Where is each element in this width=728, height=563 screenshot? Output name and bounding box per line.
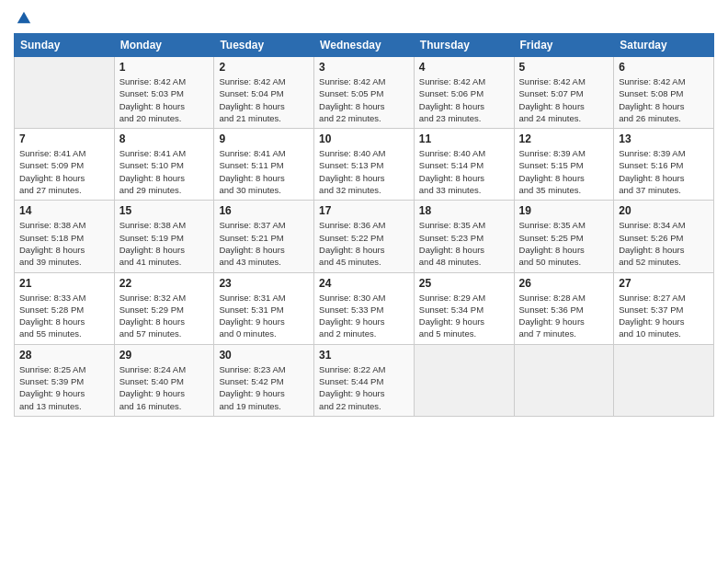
day-info: Sunrise: 8:42 AMSunset: 5:03 PMDaylight:… <box>119 75 210 124</box>
week-row-3: 14Sunrise: 8:38 AMSunset: 5:18 PMDayligh… <box>15 201 714 272</box>
day-cell: 12Sunrise: 8:39 AMSunset: 5:15 PMDayligh… <box>514 129 614 201</box>
day-cell: 25Sunrise: 8:29 AMSunset: 5:34 PMDayligh… <box>414 272 514 344</box>
day-info: Sunrise: 8:24 AMSunset: 5:40 PMDaylight:… <box>119 363 210 412</box>
day-info: Sunrise: 8:41 AMSunset: 5:09 PMDaylight:… <box>19 147 109 196</box>
day-number: 31 <box>319 349 409 362</box>
day-number: 28 <box>19 349 109 362</box>
day-number: 12 <box>519 132 609 145</box>
day-cell: 30Sunrise: 8:23 AMSunset: 5:42 PMDayligh… <box>214 344 314 416</box>
day-cell: 24Sunrise: 8:30 AMSunset: 5:33 PMDayligh… <box>314 272 415 344</box>
day-cell: 26Sunrise: 8:28 AMSunset: 5:36 PMDayligh… <box>514 272 614 344</box>
day-info: Sunrise: 8:42 AMSunset: 5:06 PMDaylight:… <box>419 75 509 124</box>
day-cell: 8Sunrise: 8:41 AMSunset: 5:10 PMDaylight… <box>114 129 214 201</box>
day-cell: 15Sunrise: 8:38 AMSunset: 5:19 PMDayligh… <box>114 201 214 272</box>
day-info: Sunrise: 8:35 AMSunset: 5:23 PMDaylight:… <box>419 219 509 268</box>
day-number: 14 <box>19 204 109 217</box>
day-info: Sunrise: 8:25 AMSunset: 5:39 PMDaylight:… <box>19 363 109 412</box>
week-row-5: 28Sunrise: 8:25 AMSunset: 5:39 PMDayligh… <box>15 344 714 416</box>
day-header-thursday: Thursday <box>414 34 514 57</box>
day-cell: 7Sunrise: 8:41 AMSunset: 5:09 PMDaylight… <box>15 129 115 201</box>
day-info: Sunrise: 8:28 AMSunset: 5:36 PMDaylight:… <box>519 292 609 340</box>
day-number: 3 <box>319 61 409 74</box>
day-number: 22 <box>119 277 210 290</box>
day-number: 4 <box>419 61 509 74</box>
day-cell <box>514 344 614 416</box>
day-info: Sunrise: 8:38 AMSunset: 5:19 PMDaylight:… <box>119 219 210 268</box>
day-cell: 20Sunrise: 8:34 AMSunset: 5:26 PMDayligh… <box>614 201 714 272</box>
week-row-1: 1Sunrise: 8:42 AMSunset: 5:03 PMDaylight… <box>15 57 714 129</box>
day-info: Sunrise: 8:29 AMSunset: 5:34 PMDaylight:… <box>419 292 509 340</box>
day-number: 19 <box>519 204 609 217</box>
day-info: Sunrise: 8:33 AMSunset: 5:28 PMDaylight:… <box>19 292 109 340</box>
day-header-saturday: Saturday <box>614 34 714 57</box>
day-cell <box>414 344 514 416</box>
calendar-header-row: SundayMondayTuesdayWednesdayThursdayFrid… <box>15 34 714 57</box>
day-cell: 14Sunrise: 8:38 AMSunset: 5:18 PMDayligh… <box>15 201 115 272</box>
week-row-4: 21Sunrise: 8:33 AMSunset: 5:28 PMDayligh… <box>15 272 714 344</box>
day-number: 11 <box>419 132 509 145</box>
day-number: 30 <box>219 349 309 362</box>
day-cell: 31Sunrise: 8:22 AMSunset: 5:44 PMDayligh… <box>314 344 415 416</box>
day-number: 9 <box>219 132 309 145</box>
day-info: Sunrise: 8:42 AMSunset: 5:05 PMDaylight:… <box>319 75 409 124</box>
day-info: Sunrise: 8:39 AMSunset: 5:15 PMDaylight:… <box>519 147 609 196</box>
day-cell: 13Sunrise: 8:39 AMSunset: 5:16 PMDayligh… <box>614 129 714 201</box>
day-number: 7 <box>19 132 109 145</box>
day-info: Sunrise: 8:27 AMSunset: 5:37 PMDaylight:… <box>619 292 709 340</box>
day-info: Sunrise: 8:38 AMSunset: 5:18 PMDaylight:… <box>19 219 109 268</box>
day-cell: 27Sunrise: 8:27 AMSunset: 5:37 PMDayligh… <box>614 272 714 344</box>
day-info: Sunrise: 8:32 AMSunset: 5:29 PMDaylight:… <box>119 292 210 340</box>
day-cell: 10Sunrise: 8:40 AMSunset: 5:13 PMDayligh… <box>314 129 415 201</box>
week-row-2: 7Sunrise: 8:41 AMSunset: 5:09 PMDaylight… <box>15 129 714 201</box>
day-cell: 22Sunrise: 8:32 AMSunset: 5:29 PMDayligh… <box>114 272 214 344</box>
day-cell: 18Sunrise: 8:35 AMSunset: 5:23 PMDayligh… <box>414 201 514 272</box>
day-info: Sunrise: 8:42 AMSunset: 5:07 PMDaylight:… <box>519 75 609 124</box>
day-cell: 3Sunrise: 8:42 AMSunset: 5:05 PMDaylight… <box>314 57 415 129</box>
day-header-wednesday: Wednesday <box>314 34 415 57</box>
svg-marker-0 <box>17 12 30 24</box>
day-cell <box>614 344 714 416</box>
day-number: 15 <box>119 204 210 217</box>
day-number: 1 <box>119 61 210 74</box>
day-info: Sunrise: 8:39 AMSunset: 5:16 PMDaylight:… <box>619 147 709 196</box>
day-info: Sunrise: 8:37 AMSunset: 5:21 PMDaylight:… <box>219 219 309 268</box>
day-number: 13 <box>619 132 709 145</box>
day-number: 5 <box>519 61 609 74</box>
day-number: 8 <box>119 132 210 145</box>
day-info: Sunrise: 8:31 AMSunset: 5:31 PMDaylight:… <box>219 292 309 340</box>
day-number: 23 <box>219 277 309 290</box>
day-cell: 19Sunrise: 8:35 AMSunset: 5:25 PMDayligh… <box>514 201 614 272</box>
day-cell: 11Sunrise: 8:40 AMSunset: 5:14 PMDayligh… <box>414 129 514 201</box>
day-info: Sunrise: 8:41 AMSunset: 5:10 PMDaylight:… <box>119 147 210 196</box>
day-info: Sunrise: 8:22 AMSunset: 5:44 PMDaylight:… <box>319 363 409 412</box>
day-cell: 9Sunrise: 8:41 AMSunset: 5:11 PMDaylight… <box>214 129 314 201</box>
page-container: SundayMondayTuesdayWednesdayThursdayFrid… <box>0 0 728 426</box>
day-cell: 21Sunrise: 8:33 AMSunset: 5:28 PMDayligh… <box>15 272 115 344</box>
day-cell: 2Sunrise: 8:42 AMSunset: 5:04 PMDaylight… <box>214 57 314 129</box>
calendar-table: SundayMondayTuesdayWednesdayThursdayFrid… <box>14 33 714 417</box>
day-number: 17 <box>319 204 409 217</box>
day-info: Sunrise: 8:23 AMSunset: 5:42 PMDaylight:… <box>219 363 309 412</box>
day-info: Sunrise: 8:34 AMSunset: 5:26 PMDaylight:… <box>619 219 709 268</box>
day-header-monday: Monday <box>114 34 214 57</box>
day-number: 21 <box>19 277 109 290</box>
day-cell: 6Sunrise: 8:42 AMSunset: 5:08 PMDaylight… <box>614 57 714 129</box>
day-cell: 1Sunrise: 8:42 AMSunset: 5:03 PMDaylight… <box>114 57 214 129</box>
day-cell: 4Sunrise: 8:42 AMSunset: 5:06 PMDaylight… <box>414 57 514 129</box>
day-number: 20 <box>619 204 709 217</box>
day-number: 18 <box>419 204 509 217</box>
day-cell: 5Sunrise: 8:42 AMSunset: 5:07 PMDaylight… <box>514 57 614 129</box>
day-cell: 28Sunrise: 8:25 AMSunset: 5:39 PMDayligh… <box>15 344 115 416</box>
logo <box>14 9 32 26</box>
day-number: 10 <box>319 132 409 145</box>
day-cell <box>15 57 115 129</box>
day-info: Sunrise: 8:40 AMSunset: 5:13 PMDaylight:… <box>319 147 409 196</box>
day-info: Sunrise: 8:41 AMSunset: 5:11 PMDaylight:… <box>219 147 309 196</box>
day-number: 26 <box>519 277 609 290</box>
day-number: 6 <box>619 61 709 74</box>
day-header-sunday: Sunday <box>15 34 115 57</box>
day-header-friday: Friday <box>514 34 614 57</box>
day-info: Sunrise: 8:35 AMSunset: 5:25 PMDaylight:… <box>519 219 609 268</box>
day-number: 2 <box>219 61 309 74</box>
page-header <box>14 9 714 26</box>
